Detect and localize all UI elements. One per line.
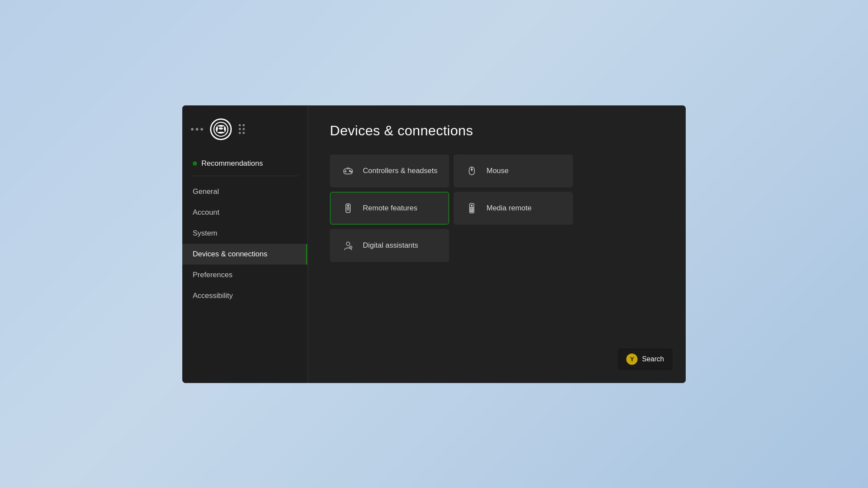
xbox-logo-svg <box>213 121 229 137</box>
grid-item-label: Digital assistants <box>363 241 418 250</box>
svg-rect-20 <box>470 209 471 210</box>
svg-rect-22 <box>470 211 473 212</box>
menu-dot <box>239 132 241 134</box>
grid-item-label: Mouse <box>487 167 509 175</box>
main-content: Devices & connections Controllers & head… <box>308 105 686 383</box>
sidebar-item-label: General <box>193 187 219 196</box>
grid-item-media-remote[interactable]: Media remote <box>454 192 573 225</box>
svg-point-17 <box>471 205 473 206</box>
grid-item-remote-features[interactable]: Remote features <box>330 192 449 225</box>
menu-dot <box>243 124 245 126</box>
page-title: Devices & connections <box>330 123 664 139</box>
mouse-icon <box>465 165 479 177</box>
sidebar-item-label: Account <box>193 208 219 217</box>
menu-dot <box>239 128 241 130</box>
y-symbol: Y <box>630 356 634 363</box>
sidebar-item-label: Recommendations <box>201 159 263 168</box>
dot-3 <box>201 128 203 131</box>
menu-dots[interactable] <box>239 124 245 134</box>
svg-point-12 <box>348 205 349 206</box>
menu-dot <box>243 128 245 130</box>
search-button[interactable]: Y Search <box>618 348 673 370</box>
menu-dot <box>239 124 241 126</box>
search-button-label: Search <box>642 355 664 363</box>
assistant-icon <box>341 239 355 252</box>
nav-divider <box>191 176 299 176</box>
svg-rect-18 <box>470 207 471 208</box>
svg-point-23 <box>346 242 350 246</box>
svg-rect-21 <box>472 209 473 210</box>
grid-item-digital-assistants[interactable]: Digital assistants <box>330 229 449 262</box>
svg-point-10 <box>471 169 473 170</box>
grid-item-controllers-headsets[interactable]: Controllers & headsets <box>330 154 449 187</box>
sidebar-item-label: Accessibility <box>193 291 233 300</box>
svg-point-4 <box>349 170 350 171</box>
svg-point-5 <box>351 171 352 172</box>
sidebar-item-system[interactable]: System <box>182 223 307 244</box>
menu-dot <box>243 132 245 134</box>
xbox-logo[interactable] <box>210 118 232 140</box>
grid-item-mouse[interactable]: Mouse <box>454 154 573 187</box>
device-grid: Controllers & headsets Mouse <box>330 154 573 262</box>
sidebar-item-preferences[interactable]: Preferences <box>182 265 307 285</box>
svg-rect-19 <box>472 207 473 208</box>
sidebar-item-general[interactable]: General <box>182 181 307 202</box>
grid-item-label: Media remote <box>487 204 532 213</box>
grid-item-label: Remote features <box>363 204 418 213</box>
sidebar-item-accessibility[interactable]: Accessibility <box>182 285 307 306</box>
sidebar: Recommendations General Account System D… <box>182 105 308 383</box>
sidebar-item-label: System <box>193 229 217 238</box>
y-button-icon: Y <box>626 354 638 365</box>
green-status-dot <box>193 161 197 166</box>
controller-icon <box>341 165 355 177</box>
sidebar-item-account[interactable]: Account <box>182 202 307 223</box>
media-remote-icon <box>465 202 479 214</box>
sidebar-nav: Recommendations General Account System D… <box>182 149 307 374</box>
dots-left <box>191 128 203 131</box>
sidebar-item-label: Preferences <box>193 271 233 279</box>
sidebar-header <box>182 114 307 149</box>
dot-1 <box>191 128 194 131</box>
dot-2 <box>196 128 198 131</box>
sidebar-item-label: Devices & connections <box>193 250 267 259</box>
sidebar-item-devices-connections[interactable]: Devices & connections <box>182 244 307 265</box>
grid-item-label: Controllers & headsets <box>363 167 437 175</box>
sidebar-item-recommendations[interactable]: Recommendations <box>182 153 307 174</box>
remote-icon <box>341 202 355 214</box>
settings-window: Recommendations General Account System D… <box>182 105 686 383</box>
